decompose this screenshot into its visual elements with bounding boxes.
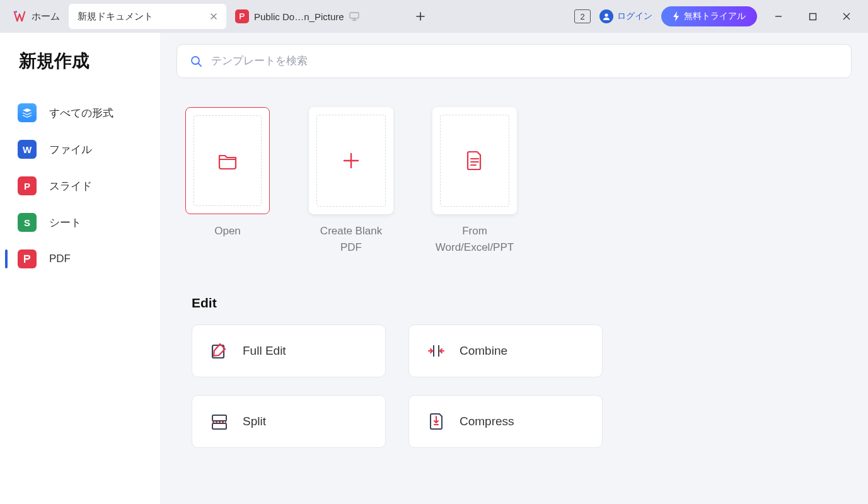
presentation-icon [349,12,359,21]
search-icon [190,55,202,67]
window-maximize[interactable] [800,8,825,25]
titlebar-right: 2 ログイン 無料トライアル [574,6,864,26]
tab-home-label: ホーム [32,11,60,23]
free-trial-label: 無料トライアル [684,11,746,22]
sidebar-item-label: ファイル [49,142,92,157]
split-icon [210,412,229,431]
compress-icon [427,412,446,431]
login-button[interactable]: ログイン [599,9,652,23]
tool-full-edit[interactable]: Full Edit [192,324,386,377]
tile-from-office[interactable]: From Word/Excel/PPT [432,107,517,255]
sidebar-item-label: すべての形式 [49,106,113,120]
tab-strip: ホーム 新規ドキュメント Public Do…n_Picture 2 ログイン [0,0,868,33]
svg-point-0 [15,11,17,13]
page-title: 新規作成 [0,49,160,94]
scroll-area[interactable]: Open Create Blank PDF [163,89,862,504]
tool-compress[interactable]: Compress [408,395,603,448]
lightning-icon [673,11,680,21]
pdf-icon [18,249,37,268]
svg-point-2 [605,13,608,16]
tile-create-blank[interactable]: Create Blank PDF [309,107,393,255]
svg-point-4 [192,57,199,64]
word-icon: W [18,140,37,159]
sidebar-item-label: シート [49,215,81,230]
login-label: ログイン [617,11,652,22]
wps-logo-icon [13,9,26,23]
free-trial-button[interactable]: 無料トライアル [661,6,757,26]
combine-icon [427,341,446,360]
plus-icon [342,151,361,170]
edit-icon [210,341,229,360]
folder-icon [216,149,239,172]
svg-rect-3 [809,13,816,20]
sidebar-item-slide[interactable]: P スライド [0,168,160,204]
close-icon[interactable] [210,13,217,20]
svg-rect-1 [350,13,359,18]
document-icon [465,150,484,171]
tool-label: Full Edit [243,344,286,358]
sheet-icon: S [18,213,37,232]
layers-icon [18,103,37,122]
tool-label: Compress [460,415,514,428]
sidebar-item-pdf[interactable]: PDF [0,241,160,277]
svg-rect-7 [212,423,226,429]
sidebar-item-sheet[interactable]: S シート [0,204,160,241]
sidebar-item-label: PDF [49,253,71,265]
tab-new-document[interactable]: 新規ドキュメント [69,4,226,29]
tool-label: Combine [460,344,507,358]
window-close[interactable] [834,8,859,25]
svg-rect-6 [212,415,226,421]
tile-open[interactable]: Open [185,107,270,255]
notification-count: 2 [580,12,584,21]
tile-label: Create Blank PDF [309,223,393,255]
search-box[interactable] [176,44,852,78]
slide-icon: P [18,176,37,195]
tool-label: Split [243,415,266,428]
tool-grid: Full Edit Combine Split [192,324,862,448]
tile-label: From Word/Excel/PPT [432,223,517,255]
create-tiles: Open Create Blank PDF [163,89,862,274]
tab-document-label: Public Do…n_Picture [254,11,344,22]
tool-split[interactable]: Split [192,395,386,448]
tile-label: Open [185,223,270,239]
add-tab-button[interactable] [409,5,432,28]
content: Open Create Blank PDF [160,33,868,504]
user-icon [599,9,613,23]
tab-home[interactable]: ホーム [4,4,69,29]
pdf-icon [235,9,249,23]
tab-document[interactable]: Public Do…n_Picture [226,4,384,29]
section-edit-title: Edit [192,295,862,311]
sidebar-item-file[interactable]: W ファイル [0,131,160,168]
sidebar: 新規作成 すべての形式 W ファイル P スライド S シート PDF [0,33,160,504]
sidebar-item-all[interactable]: すべての形式 [0,94,160,131]
tab-new-document-label: 新規ドキュメント [78,11,153,23]
sidebar-item-label: スライド [49,179,92,193]
notification-badge[interactable]: 2 [574,9,591,23]
search-input[interactable] [211,55,838,67]
tool-combine[interactable]: Combine [408,324,603,377]
window-minimize[interactable] [766,8,791,25]
